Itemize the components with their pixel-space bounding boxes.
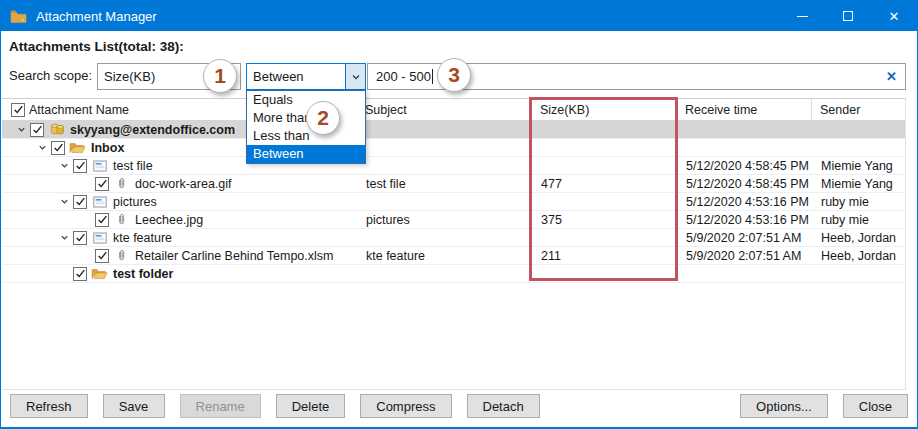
close-window-button[interactable]: ✕ [871,1,917,31]
size-cell [532,265,677,282]
table-row[interactable]: test folder [2,265,905,283]
subject-cell [357,193,532,210]
open-folder-icon [91,267,108,281]
column-header-subject[interactable]: Subject [357,99,532,120]
receive-time-cell: 5/12/2020 4:58:45 PM [677,157,812,174]
row-checkbox[interactable] [30,123,44,137]
attachment-name-label: test folder [113,267,173,281]
attachment-name-label: Inbox [91,141,124,155]
column-header-size[interactable]: Size(KB) [532,99,677,120]
rename-button: Rename [180,394,261,418]
delete-button[interactable]: Delete [276,394,346,418]
size-cell [532,139,677,156]
attachments-grid: Attachment Name Subject Size(KB) Receive… [2,98,906,390]
table-row[interactable]: kte feature 5/9/2020 2:07:51 AM Heeb, Jo… [2,229,905,247]
subject-cell [357,229,532,246]
attachment-name-label: skyyang@extendoffice.com [70,123,235,137]
attachment-name-label: Retailer Carline Behind Tempo.xlsm [135,249,333,263]
attachment-name-label: pictures [113,195,157,209]
window-title: Attachment Manager [36,9,157,24]
row-checkbox[interactable] [95,177,109,191]
grid-header-row: Attachment Name Subject Size(KB) Receive… [2,99,905,121]
maximize-button[interactable] [825,1,871,31]
mail-item-icon [91,159,108,173]
row-checkbox[interactable] [95,249,109,263]
save-button[interactable]: Save [103,394,165,418]
row-checkbox[interactable] [73,159,87,173]
receive-time-cell: 5/12/2020 4:58:45 PM [677,175,812,192]
subject-cell [357,157,532,174]
chevron-expand-icon[interactable] [55,161,73,170]
table-row[interactable]: doc-work-area.gif test file 477 5/12/202… [2,175,905,193]
column-header-receive-time[interactable]: Receive time [677,99,812,120]
subject-cell: kte feature [357,247,532,264]
attachment-name-label: kte feature [113,231,172,245]
chevron-expand-icon[interactable] [33,143,51,152]
receive-time-cell [677,139,812,156]
chevron-down-icon [351,72,361,82]
callout-badge-3: 3 [437,58,471,92]
attachment-name-label: test file [113,159,153,173]
table-row[interactable]: Retailer Carline Behind Tempo.xlsm kte f… [2,247,905,265]
chevron-expand-icon[interactable] [55,233,73,242]
footer-button-bar: RefreshSaveRenameDeleteCompressDetach Op… [1,393,917,419]
receive-time-cell: 5/9/2020 2:07:51 AM [677,229,812,246]
receive-time-cell: 5/12/2020 4:53:16 PM [677,193,812,210]
operator-option[interactable]: Less than [247,127,365,145]
size-cell [532,229,677,246]
sender-cell [812,121,905,138]
minimize-button[interactable] [779,1,825,31]
column-header-sender[interactable]: Sender [812,99,905,120]
table-row[interactable]: Inbox [2,139,905,157]
sender-cell [812,139,905,156]
size-cell [532,157,677,174]
chevron-expand-icon[interactable] [12,125,30,134]
subject-cell [357,121,532,138]
subject-cell: test file [357,175,532,192]
receive-time-cell [677,265,812,282]
mailbox-icon [48,123,65,137]
operator-dropdown-arrow[interactable] [345,64,365,89]
operator-options-list: EqualsMore thanLess thanBetween [246,90,366,164]
subject-cell: pictures [357,211,532,228]
size-cell: 375 [532,211,677,228]
app-folder-icon [10,9,27,24]
callout-badge-1: 1 [203,59,237,93]
attachment-name-label: Leechee.jpg [135,213,203,227]
sender-cell: Miemie Yang [812,175,905,192]
paperclip-icon [113,249,130,263]
operator-option[interactable]: Equals [247,91,365,109]
size-cell [532,193,677,210]
options-button[interactable]: Options... [740,394,828,418]
search-scope-value: Size(KB) [104,69,155,84]
row-checkbox[interactable] [73,195,87,209]
table-row[interactable]: Leechee.jpg pictures 375 5/12/2020 4:53:… [2,211,905,229]
attachment-name-label: doc-work-area.gif [135,177,232,191]
close-button[interactable]: Close [843,394,908,418]
table-row[interactable]: test file 5/12/2020 4:58:45 PM Miemie Ya… [2,157,905,175]
row-checkbox[interactable] [51,141,65,155]
operator-dropdown[interactable]: Between [246,63,366,90]
column-label: Attachment Name [29,103,129,117]
subject-cell [357,265,532,282]
operator-option[interactable]: Between [247,145,365,163]
refresh-button[interactable]: Refresh [10,394,88,418]
paperclip-icon [113,213,130,227]
sender-cell: Heeb, Jordan [812,247,905,264]
mail-item-icon [91,231,108,245]
operator-value: Between [253,69,304,84]
compress-button[interactable]: Compress [360,394,451,418]
row-checkbox[interactable] [73,231,87,245]
receive-time-cell: 5/9/2020 2:07:51 AM [677,247,812,264]
chevron-expand-icon[interactable] [55,197,73,206]
table-row[interactable]: pictures 5/12/2020 4:53:16 PM ruby mie [2,193,905,211]
clear-search-icon[interactable]: ✕ [886,69,897,84]
mail-item-icon [91,195,108,209]
subject-cell [357,139,532,156]
row-checkbox[interactable] [73,267,87,281]
row-checkbox[interactable] [95,213,109,227]
sender-cell: Heeb, Jordan [812,229,905,246]
detach-button[interactable]: Detach [467,394,540,418]
select-all-checkbox[interactable] [11,103,25,117]
table-row[interactable]: skyyang@extendoffice.com [2,121,905,139]
